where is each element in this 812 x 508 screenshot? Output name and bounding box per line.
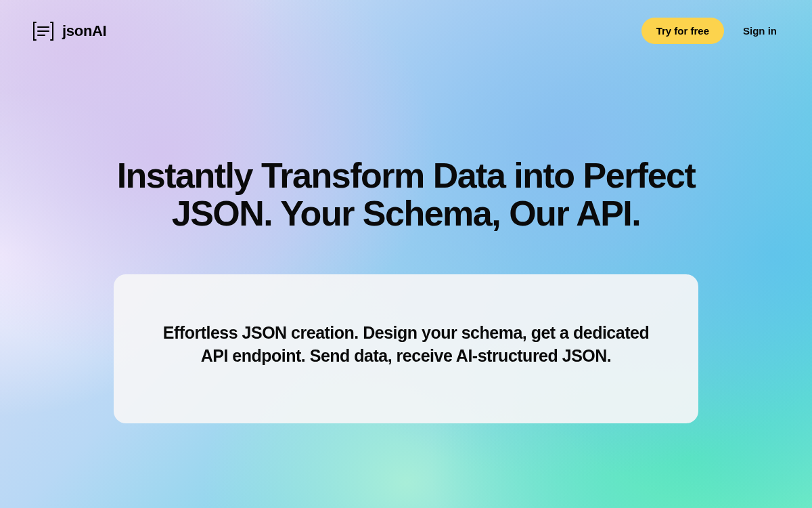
logo[interactable]: jsonAI [32,20,106,42]
description-card: Effortless JSON creation. Design your sc… [114,274,698,423]
try-for-free-button[interactable]: Try for free [641,18,724,44]
brand-name: jsonAI [62,22,106,40]
header: jsonAI Try for free Sign in [0,0,812,62]
description-text: Effortless JSON creation. Design your sc… [152,322,660,368]
document-bracket-icon [32,20,54,42]
header-actions: Try for free Sign in [641,18,780,44]
hero-title: Instantly Transform Data into Perfect JS… [102,156,710,232]
hero-section: Instantly Transform Data into Perfect JS… [0,62,812,423]
sign-in-button[interactable]: Sign in [740,20,780,42]
